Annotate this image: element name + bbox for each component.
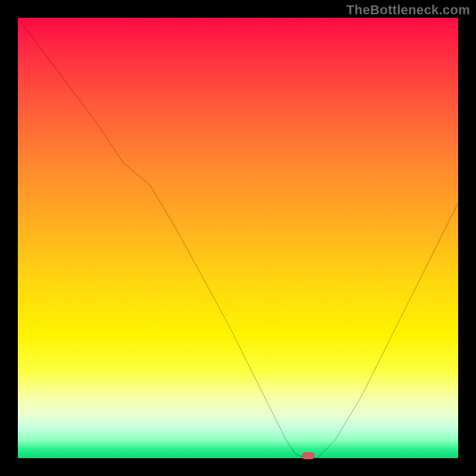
plot-area: [18, 18, 458, 458]
curve-path: [18, 18, 458, 458]
watermark-text: TheBottleneck.com: [346, 2, 470, 18]
bottleneck-curve: [18, 18, 458, 458]
chart-frame: TheBottleneck.com: [0, 0, 476, 476]
optimal-marker: [302, 452, 315, 459]
